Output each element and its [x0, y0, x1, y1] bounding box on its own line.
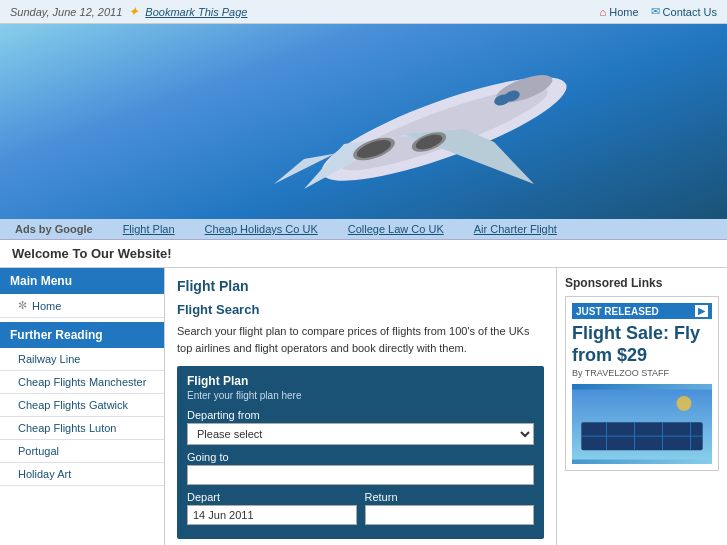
sidebar-item-cheap-luton[interactable]: Cheap Flights Luton [0, 417, 164, 440]
departing-label: Departing from [187, 409, 534, 421]
main-layout: Main Menu ✼ Home Further Reading Railway… [0, 268, 727, 545]
svg-point-19 [677, 396, 692, 411]
flight-plan-form: Flight Plan Enter your flight plan here … [177, 366, 544, 539]
ad-by: By TRAVELZOO STAFF [572, 368, 712, 378]
further-reading-title: Further Reading [0, 322, 164, 348]
sidebar-item-holiday-art[interactable]: Holiday Art [0, 463, 164, 486]
email-icon: ✉ [651, 5, 660, 18]
going-label: Going to [187, 451, 534, 463]
main-menu-title: Main Menu [0, 268, 164, 294]
topbar-right: ⌂ Home ✉ Contact Us [600, 5, 717, 18]
adbar-link-2[interactable]: College Law Co UK [348, 223, 444, 235]
return-label: Return [365, 491, 535, 503]
topbar-left: Sunday, June 12, 2011 ✦ Bookmark This Pa… [10, 4, 247, 19]
sidebar: Main Menu ✼ Home Further Reading Railway… [0, 268, 165, 545]
ad-title[interactable]: Flight Sale: Fly from $29 [572, 323, 712, 366]
content-title: Flight Plan [177, 278, 544, 294]
bookmark-link[interactable]: Bookmark This Page [145, 6, 247, 18]
ad-solar-image [572, 387, 712, 462]
sponsored-title: Sponsored Links [565, 276, 719, 290]
depart-field: Depart [187, 491, 357, 531]
ad-box: JUST RELEASED ▶ Flight Sale: Fly from $2… [565, 296, 719, 471]
home-icon: ⌂ [600, 6, 607, 18]
contact-link[interactable]: ✉ Contact Us [651, 5, 717, 18]
flight-search-desc: Search your flight plan to compare price… [177, 323, 544, 356]
date-label: Sunday, June 12, 2011 [10, 6, 122, 18]
sidebar-item-portugal[interactable]: Portugal [0, 440, 164, 463]
sidebar-item-railway[interactable]: Railway Line [0, 348, 164, 371]
adbar-link-0[interactable]: Flight Plan [123, 223, 175, 235]
topbar: Sunday, June 12, 2011 ✦ Bookmark This Pa… [0, 0, 727, 24]
return-field: Return [365, 491, 535, 531]
just-released-bar: JUST RELEASED ▶ [572, 303, 712, 319]
airplane-svg [244, 34, 644, 219]
just-released-text: JUST RELEASED [576, 306, 659, 317]
date-row: Depart Return [187, 491, 534, 531]
adbar: Ads by Google Flight Plan Cheap Holidays… [0, 219, 727, 240]
form-title: Flight Plan [187, 374, 534, 388]
sidebar-item-home[interactable]: ✼ Home [0, 294, 164, 318]
sidebar-item-cheap-manchester[interactable]: Cheap Flights Manchester [0, 371, 164, 394]
flight-search-title: Flight Search [177, 302, 544, 317]
departing-select[interactable]: Please select [187, 423, 534, 445]
home-link[interactable]: ⌂ Home [600, 6, 639, 18]
sponsored-links: Sponsored Links JUST RELEASED ▶ Flight S… [557, 268, 727, 545]
ad-icon: ▶ [695, 305, 708, 317]
welcome-bar: Welcome To Our Website! [0, 240, 727, 268]
return-input[interactable] [365, 505, 535, 525]
adbar-link-3[interactable]: Air Charter Flight [474, 223, 557, 235]
ad-image [572, 384, 712, 464]
depart-input[interactable] [187, 505, 357, 525]
snowflake-icon: ✼ [18, 299, 27, 312]
sidebar-item-cheap-gatwick[interactable]: Cheap Flights Gatwick [0, 394, 164, 417]
depart-label: Depart [187, 491, 357, 503]
adbar-link-1[interactable]: Cheap Holidays Co UK [205, 223, 318, 235]
hero-image [0, 24, 727, 219]
ads-by-google-label: Ads by Google [15, 223, 93, 235]
welcome-text: Welcome To Our Website! [12, 246, 172, 261]
going-input[interactable] [187, 465, 534, 485]
content-area: Flight Plan Flight Search Search your fl… [165, 268, 557, 545]
star-icon: ✦ [128, 4, 139, 19]
form-subtitle: Enter your flight plan here [187, 390, 534, 401]
